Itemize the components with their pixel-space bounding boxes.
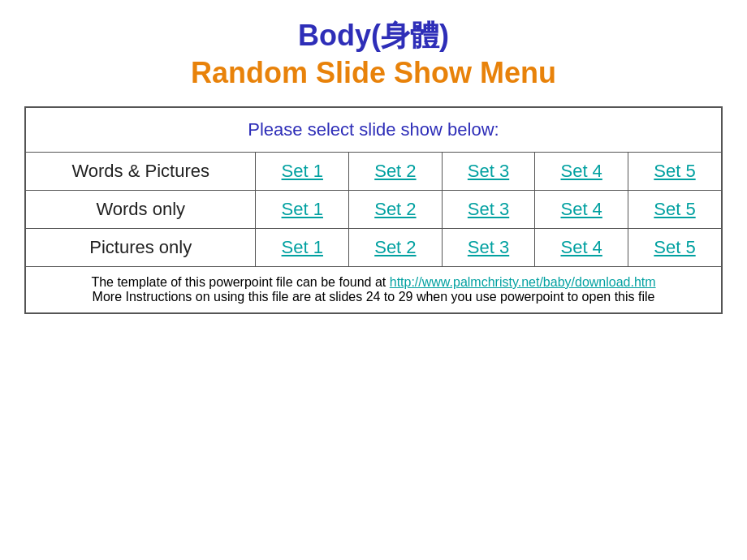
page-title: Body(身體) Random Slide Show Menu: [191, 16, 556, 90]
words-pictures-set4-cell: Set 4: [535, 153, 628, 191]
pictures-only-set1-cell: Set 1: [256, 229, 349, 267]
title-line2: Random Slide Show Menu: [191, 56, 556, 90]
pictures-only-set3-cell: Set 3: [442, 229, 535, 267]
words-only-set5-cell: Set 5: [628, 191, 723, 229]
words-pictures-set3-cell: Set 3: [442, 153, 535, 191]
table-header-cell: Please select slide show below:: [25, 107, 722, 153]
words-pictures-set4-link[interactable]: Set 4: [560, 161, 602, 181]
row-label-words-only: Words only: [25, 191, 256, 229]
words-only-set3-cell: Set 3: [442, 191, 535, 229]
words-pictures-set1-link[interactable]: Set 1: [282, 161, 323, 181]
table-header-row: Please select slide show below:: [25, 107, 722, 153]
words-only-set1-link[interactable]: Set 1: [282, 199, 323, 219]
pictures-only-set3-link[interactable]: Set 3: [468, 237, 509, 257]
words-only-set5-link[interactable]: Set 5: [654, 199, 695, 219]
footer-text1: The template of this powerpoint file can…: [91, 275, 389, 289]
words-pictures-set2-link[interactable]: Set 2: [374, 161, 416, 181]
pictures-only-set5-cell: Set 5: [628, 229, 723, 267]
footer-text2: More Instructions on using this file are…: [93, 290, 655, 304]
pictures-only-set1-link[interactable]: Set 1: [282, 237, 323, 257]
footer-row: The template of this powerpoint file can…: [25, 267, 722, 314]
words-only-set4-cell: Set 4: [535, 191, 628, 229]
table-row: Words & Pictures Set 1 Set 2 Set 3 Set 4…: [25, 153, 722, 191]
words-pictures-set1-cell: Set 1: [256, 153, 349, 191]
row-label-words-pictures: Words & Pictures: [25, 153, 256, 191]
words-only-set3-link[interactable]: Set 3: [468, 199, 509, 219]
pictures-only-set4-link[interactable]: Set 4: [560, 237, 602, 257]
table-row: Words only Set 1 Set 2 Set 3 Set 4 Set 5: [25, 191, 722, 229]
row-label-pictures-only: Pictures only: [25, 229, 256, 267]
footer-link[interactable]: http://www.palmchristy.net/baby/download…: [390, 275, 656, 289]
words-only-set1-cell: Set 1: [256, 191, 349, 229]
words-pictures-set3-link[interactable]: Set 3: [468, 161, 509, 181]
words-pictures-set5-cell: Set 5: [628, 153, 723, 191]
pictures-only-set4-cell: Set 4: [535, 229, 628, 267]
words-only-set2-cell: Set 2: [349, 191, 443, 229]
slideshow-table: Please select slide show below: Words & …: [24, 106, 723, 314]
words-pictures-set5-link[interactable]: Set 5: [654, 161, 695, 181]
title-line1: Body(身體): [191, 16, 556, 56]
pictures-only-set2-link[interactable]: Set 2: [374, 237, 416, 257]
table-row: Pictures only Set 1 Set 2 Set 3 Set 4 Se…: [25, 229, 722, 267]
footer-cell: The template of this powerpoint file can…: [25, 267, 722, 314]
words-only-set4-link[interactable]: Set 4: [560, 199, 602, 219]
pictures-only-set2-cell: Set 2: [349, 229, 443, 267]
words-pictures-set2-cell: Set 2: [349, 153, 443, 191]
pictures-only-set5-link[interactable]: Set 5: [654, 237, 695, 257]
words-only-set2-link[interactable]: Set 2: [374, 199, 416, 219]
